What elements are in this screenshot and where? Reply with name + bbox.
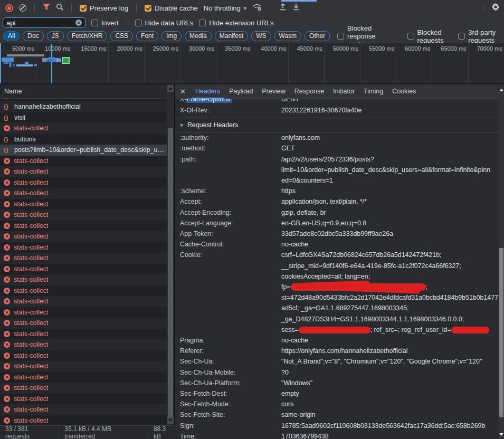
checkbox-unchecked-icon[interactable] [458,33,465,40]
request-row[interactable]: ✕stats-collect [0,221,167,232]
request-row[interactable]: ✕stats-collect [0,372,167,383]
request-list-scrollbar[interactable] [167,84,175,425]
hide-extension-urls-checkbox[interactable]: Hide extension URLs [199,19,273,27]
checkbox-unchecked-icon[interactable] [91,20,98,26]
error-icon: ✕ [4,417,10,424]
request-row[interactable]: ✕stats-collect [0,329,167,340]
request-row[interactable]: ✕stats-collect [0,350,167,361]
request-row[interactable]: ✕stats-collect [0,383,167,394]
checkbox-unchecked-icon[interactable] [199,20,206,26]
settings-gear-icon[interactable] [491,3,500,13]
checkbox-unchecked-icon[interactable] [337,33,344,40]
header-name: Sec-Fetch-Mode: [175,399,281,409]
timeline-tick-label: 25000 ms [141,45,178,52]
request-headers-section-header[interactable]: ▼Request Headers [175,118,499,132]
scrollbar-thumb[interactable] [168,128,173,417]
request-row[interactable]: ✕stats-collect [0,285,167,297]
checkbox-checked-icon[interactable] [145,5,151,12]
request-name-label: stats-collect [14,330,48,338]
checkbox-unchecked-icon[interactable] [135,20,142,26]
scroll-down-button[interactable] [167,417,174,424]
checkbox-unchecked-icon[interactable] [407,33,414,40]
tab-cookies[interactable]: Cookies [388,84,420,99]
scroll-down-button[interactable] [499,433,503,436]
tab-headers[interactable]: Headers [192,84,224,99]
request-row[interactable]: ✕stats-collect [0,231,167,242]
request-row[interactable]: ✕stats-collect [0,166,167,177]
tab-preview[interactable]: Preview [258,84,289,99]
request-row[interactable]: {}buttons [0,134,167,145]
request-row[interactable]: ✕stats-collect [0,339,167,350]
3rd-party-requests-checkbox[interactable]: 3rd-party requests [458,28,504,44]
request-row[interactable]: ✕stats-collect [0,123,167,134]
filter-chip-ws[interactable]: WS [251,31,271,41]
disable-cache-checkbox[interactable]: Disable cache [145,4,198,12]
filter-input[interactable]: api ✕ [3,17,85,28]
request-row[interactable]: ✕stats-collect [0,209,167,221]
search-icon[interactable] [56,3,63,13]
request-row[interactable]: ✕stats-collect [0,156,167,167]
import-har-icon[interactable] [279,3,287,13]
clear-button[interactable] [19,4,26,12]
request-row[interactable]: ✕stats-collect [0,177,167,188]
request-row[interactable]: ✕stats-collect [0,188,167,199]
filter-chip-other[interactable]: Other [305,31,330,41]
network-overview-timeline[interactable]: 5000 ms10000 ms15000 ms20000 ms25000 ms3… [0,43,504,84]
tab-initiator[interactable]: Initiator [329,84,358,99]
header-text: ; [426,283,427,291]
details-scrollbar[interactable] [499,84,504,439]
request-row[interactable]: ✕stats-collect [0,242,167,253]
checkbox-checked-icon[interactable] [80,5,87,12]
filter-toggle-icon[interactable] [43,3,50,13]
header-row: :method:GET [175,143,499,154]
invert-checkbox[interactable]: Invert [91,19,119,27]
preserve-log-checkbox[interactable]: Preserve log [80,4,128,12]
tab-timing[interactable]: Timing [360,84,387,99]
redaction-scribble [299,327,370,333]
request-row[interactable]: ✕stats-collect [0,404,167,415]
tab-payload[interactable]: Payload [225,84,256,99]
filter-chip-img[interactable]: Img [161,31,182,41]
filter-chip-js[interactable]: JS [47,31,64,41]
filter-chip-all[interactable]: All [3,31,20,41]
request-row[interactable]: ✕stats-collect [0,361,167,372]
filter-chip-fetch-xhr[interactable]: Fetch/XHR [67,31,108,41]
filter-chip-doc[interactable]: Doc [23,31,43,41]
request-row[interactable]: ✕stats-collect [0,415,167,426]
request-row[interactable]: ✕stats-collect [0,394,167,405]
blocked-requests-checkbox[interactable]: Blocked requests [407,28,451,44]
request-row[interactable]: {}visit [0,112,167,123]
header-row: Accept-Language:en-GB,en-US;q=0.9,en;q=0… [175,218,499,228]
request-row[interactable]: {}posts?limit=10&order=publish_date_desc… [0,145,167,156]
scrollbar-thumb[interactable] [499,248,503,417]
request-row[interactable]: ✕stats-collect [0,264,167,275]
timeline-tick-label: 35000 ms [213,45,250,52]
filter-chip-manifest[interactable]: Manifest [215,31,248,41]
request-row[interactable]: ✕stats-collect [0,253,167,264]
request-row[interactable]: ✕stats-collect [0,318,167,329]
clear-filter-icon[interactable]: ✕ [75,20,82,26]
filter-chip-wasm[interactable]: Wasm [274,31,302,41]
throttling-dropdown[interactable]: No throttling ▾ [204,4,246,12]
request-row[interactable]: ✕stats-collect [0,296,167,307]
scroll-up-button[interactable] [499,89,503,91]
request-name-label: stats-collect [14,254,48,262]
scroll-up-button[interactable] [167,85,174,92]
request-row[interactable]: ✕stats-collect [0,199,167,210]
request-row[interactable]: {}hannahelizabethofficial [0,101,167,112]
record-button[interactable] [5,4,13,12]
tab-response[interactable]: Response [291,84,328,99]
request-row[interactable]: ✕stats-collect [0,307,167,318]
filter-chip-media[interactable]: Media [185,31,212,41]
filter-chip-css[interactable]: CSS [110,31,133,41]
request-row[interactable]: ✕stats-collect [0,274,167,285]
filter-chip-font[interactable]: Font [136,31,158,41]
export-har-icon[interactable] [292,3,300,13]
request-name-label: stats-collect [14,298,48,305]
close-details-icon[interactable]: ✕ [180,88,186,96]
header-value-line: _ga_D4827DS3H4=GS1.1.1698003344.1.1.1698… [281,314,498,325]
hide-data-urls-checkbox[interactable]: Hide data URLs [135,19,194,27]
network-conditions-icon[interactable] [252,3,263,13]
name-column-header[interactable]: Name [0,84,167,99]
resource-type-filter-bar: AllDocJSFetch/XHRCSSFontImgMediaManifest… [0,30,504,43]
